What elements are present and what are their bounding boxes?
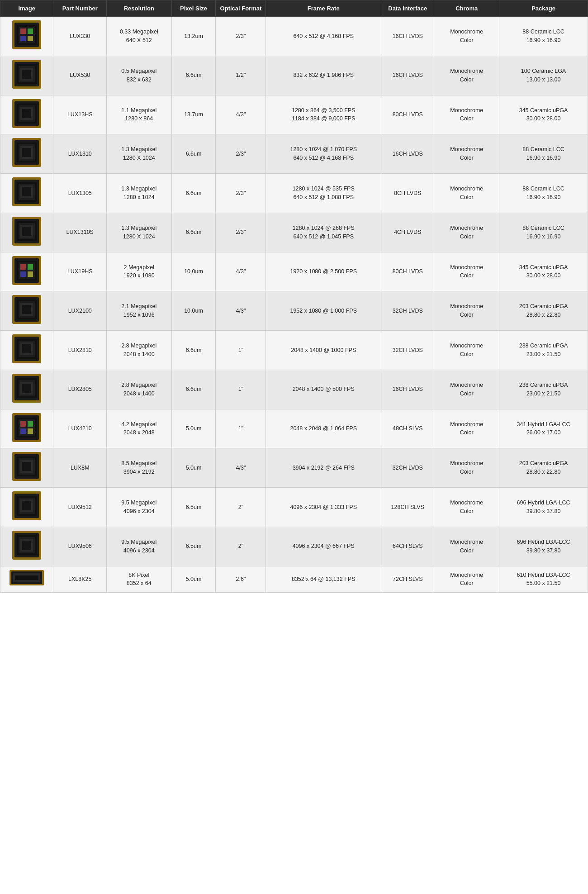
frame-rate: 2048 x 1400 @ 500 FPS (266, 370, 381, 409)
part-number: LUX8M (53, 448, 106, 488)
pixel-size: 6.6um (171, 174, 216, 213)
part-number: LUX4210 (53, 409, 106, 448)
package: 100 Ceramic LGA13.00 x 13.00 (499, 56, 588, 95)
table-row: LUX42104.2 Megapixel2048 x 20485.0um1"20… (0, 409, 588, 448)
frame-rate: 1280 x 1024 @ 1,070 FPS640 x 512 @ 4,168… (266, 134, 381, 174)
table-row: LUX3300.33 Megapixel640 X 51213.2um2/3"6… (0, 17, 588, 56)
svg-rect-4 (20, 29, 26, 34)
package: 345 Ceramic uPGA30.00 x 28.00 (499, 95, 588, 134)
table-row: LUX8M8.5 Megapixel3904 x 21925.0um4/3"39… (0, 448, 588, 488)
chroma: MonochromeColor (434, 527, 499, 566)
svg-rect-7 (28, 36, 33, 41)
package: 88 Ceramic LCC16.90 x 16.90 (499, 174, 588, 213)
table-row: LXL8K258K Pixel8352 x 645.0um2.6"8352 x … (0, 566, 588, 593)
sensor-image-cell (0, 56, 53, 95)
data-interface: 80CH LVDS (381, 252, 434, 291)
package: 238 Ceramic uPGA23.00 x 21.50 (499, 331, 588, 370)
data-interface: 16CH LVDS (381, 134, 434, 174)
svg-rect-31 (22, 187, 31, 196)
optical-format: 2/3" (216, 134, 266, 174)
part-number: LUX9512 (53, 488, 106, 527)
pixel-size: 6.6um (171, 134, 216, 174)
frame-rate: 2048 x 1400 @ 1000 FPS (266, 331, 381, 370)
pixel-size: 5.0um (171, 409, 216, 448)
package: 203 Ceramic uPGA28.80 x 22.80 (499, 291, 588, 331)
package: 88 Ceramic LCC16.90 x 16.90 (499, 213, 588, 252)
svg-rect-42 (20, 264, 26, 270)
col-package: Package (499, 0, 588, 17)
col-optical-format: Optical Format (216, 0, 266, 17)
chroma: MonochromeColor (434, 291, 499, 331)
sensor-image-cell (0, 291, 53, 331)
pixel-size: 13.7um (171, 95, 216, 134)
part-number: LXL8K25 (53, 566, 106, 593)
svg-rect-37 (22, 227, 31, 236)
pixel-size: 6.6um (171, 370, 216, 409)
pixel-size: 5.0um (171, 566, 216, 593)
svg-rect-71 (28, 428, 33, 434)
data-interface: 8CH LVDS (381, 174, 434, 213)
data-interface: 32CH LVDS (381, 291, 434, 331)
sensor-image-cell (0, 134, 53, 174)
chroma: MonochromeColor (434, 252, 499, 291)
data-interface: 48CH SLVS (381, 409, 434, 448)
table-row: LUX95069.5 Megapixel4096 x 23046.5um2"40… (0, 527, 588, 566)
svg-rect-44 (20, 271, 26, 277)
table-row: LUX13101.3 Megapixel1280 X 10246.6um2/3"… (0, 134, 588, 174)
table-row: LUX5300.5 Megapixel832 x 6326.6um1/2"832… (0, 56, 588, 95)
svg-rect-45 (28, 271, 33, 277)
sensor-image-cell (0, 174, 53, 213)
table-row: LUX13HS1.1 Megapixel1280 x 86413.7um4/3"… (0, 95, 588, 134)
package: 88 Ceramic LCC16.90 x 16.90 (499, 17, 588, 56)
part-number: LUX1305 (53, 174, 106, 213)
sensor-image-cell (0, 566, 53, 593)
frame-rate: 1280 x 1024 @ 535 FPS640 x 512 @ 1,088 F… (266, 174, 381, 213)
frame-rate: 1920 x 1080 @ 2,500 FPS (266, 252, 381, 291)
optical-format: 4/3" (216, 448, 266, 488)
resolution: 4.2 Megapixel2048 x 2048 (106, 409, 171, 448)
optical-format: 2.6" (216, 566, 266, 593)
sensor-image-cell (0, 370, 53, 409)
sensor-image-cell (0, 409, 53, 448)
sensor-image-cell (0, 331, 53, 370)
col-chroma: Chroma (434, 0, 499, 17)
svg-rect-19 (22, 109, 31, 118)
data-interface: 4CH LVDS (381, 213, 434, 252)
part-number: LUX2810 (53, 331, 106, 370)
data-interface: 16CH LVDS (381, 370, 434, 409)
table-row: LUX13051.3 Megapixel1280 x 10246.6um2/3"… (0, 174, 588, 213)
resolution: 1.3 Megapixel1280 X 1024 (106, 213, 171, 252)
svg-rect-51 (22, 305, 31, 314)
table-row: LUX19HS2 Megapixel1920 x 108010.0um4/3"1… (0, 252, 588, 291)
svg-rect-6 (20, 36, 26, 41)
part-number: LUX13HS (53, 95, 106, 134)
table-row: LUX1310S1.3 Megapixel1280 X 10246.6um2/3… (0, 213, 588, 252)
frame-rate: 640 x 512 @ 4,168 FPS (266, 17, 381, 56)
optical-format: 1/2" (216, 56, 266, 95)
chroma: MonochromeColor (434, 134, 499, 174)
pixel-size: 10.0um (171, 291, 216, 331)
svg-rect-83 (22, 501, 31, 510)
frame-rate: 1280 x 1024 @ 268 FPS640 x 512 @ 1,045 F… (266, 213, 381, 252)
part-number: LUX19HS (53, 252, 106, 291)
data-interface: 32CH LVDS (381, 331, 434, 370)
part-number: LUX2100 (53, 291, 106, 331)
chroma: MonochromeColor (434, 95, 499, 134)
svg-rect-68 (20, 421, 26, 427)
data-interface: 32CH LVDS (381, 448, 434, 488)
frame-rate: 3904 x 2192 @ 264 FPS (266, 448, 381, 488)
table-header: Image Part Number Resolution Pixel Size … (0, 0, 588, 17)
sensor-image-cell (0, 213, 53, 252)
data-interface: 16CH LVDS (381, 17, 434, 56)
table-row: LUX95129.5 Megapixel4096 x 23046.5um2"40… (0, 488, 588, 527)
package: 610 Hybrid LGA-LCC55.00 x 21.50 (499, 566, 588, 593)
resolution: 2 Megapixel1920 x 1080 (106, 252, 171, 291)
optical-format: 4/3" (216, 252, 266, 291)
resolution: 8.5 Megapixel3904 x 2192 (106, 448, 171, 488)
svg-rect-57 (22, 344, 31, 353)
part-number: LUX330 (53, 17, 106, 56)
frame-rate: 1952 x 1080 @ 1,000 FPS (266, 291, 381, 331)
resolution: 9.5 Megapixel4096 x 2304 (106, 488, 171, 527)
data-interface: 16CH LVDS (381, 56, 434, 95)
svg-rect-43 (28, 264, 33, 270)
